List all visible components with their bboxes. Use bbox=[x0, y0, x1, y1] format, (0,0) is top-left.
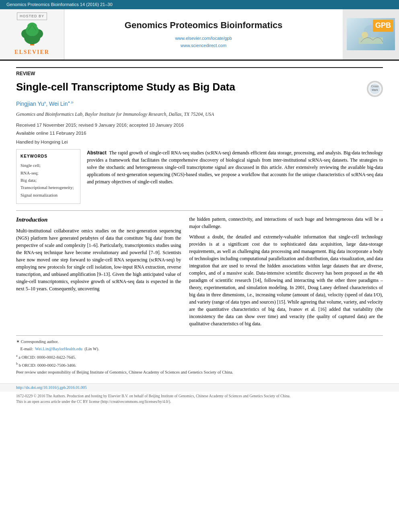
elsevier-logo: ELSEVIER bbox=[14, 23, 49, 56]
gpb-badge: GPB bbox=[373, 20, 393, 31]
email-suffix: (Lin W). bbox=[84, 347, 99, 351]
received-dates: Received 17 November 2015; revised 9 Jan… bbox=[16, 122, 383, 128]
gpb-logo-block: GPB bbox=[343, 9, 399, 59]
available-online: Available online 11 February 2016 bbox=[16, 130, 383, 136]
title-row: Single-cell Transcriptome Study as Big D… bbox=[16, 81, 383, 100]
authors-line: Pingjian Yua, Wei Lin✶,b bbox=[16, 100, 383, 108]
keyword-3: Big data; bbox=[21, 177, 76, 183]
intro-left-para1: Multi-institutional collaborative omics … bbox=[16, 227, 181, 292]
copyright-text: 1672-0229 © 2016 The Authors. Production… bbox=[16, 393, 383, 399]
email-link[interactable]: Wei.Lin@BaylorHealth.edu bbox=[35, 347, 82, 351]
keyword-2: RNA-seq; bbox=[21, 170, 76, 176]
article-footer: ✶ Corresponding author. E-mail: Wei.Lin@… bbox=[16, 335, 383, 375]
email-label: E-mail: bbox=[21, 347, 33, 351]
email-note: E-mail: Wei.Lin@BaylorHealth.edu (Lin W)… bbox=[16, 346, 383, 352]
bottom-info: 1672-0229 © 2016 The Authors. Production… bbox=[0, 392, 399, 407]
intro-left-column: Introduction Multi-institutional collabo… bbox=[16, 216, 181, 331]
abstract-keywords-section: KEYWORDS Single cell; RNA-seq; Big data;… bbox=[16, 149, 383, 204]
introduction-section: Introduction Multi-institutional collabo… bbox=[16, 216, 383, 331]
keyword-5: Signal normalization bbox=[21, 192, 76, 198]
journal-header: HOSTED BY ELSEVIER Genomics Proteomics B… bbox=[0, 9, 399, 60]
elsevier-branding: HOSTED BY ELSEVIER bbox=[0, 9, 64, 59]
svg-point-10 bbox=[362, 32, 368, 38]
hosted-by-label: HOSTED BY bbox=[17, 12, 47, 20]
author-wei-lin: Wei Lin bbox=[49, 101, 68, 107]
intro-right-para1: the hidden pattern, connectivity, and in… bbox=[189, 216, 383, 230]
svg-text:Cross: Cross bbox=[371, 85, 379, 88]
journal-title-block: Genomics Proteomics Bioinformatics www.e… bbox=[64, 9, 343, 59]
keywords-box: KEYWORDS Single cell; RNA-seq; Big data;… bbox=[16, 149, 80, 204]
crossmark-icon[interactable]: Cross Mark bbox=[367, 81, 383, 97]
open-access-text: This is an open access article under the… bbox=[16, 399, 383, 405]
svg-text:Mark: Mark bbox=[372, 88, 378, 91]
journal-full-title: Genomics Proteomics Bioinformatics bbox=[125, 19, 282, 32]
doi-bar: http://dx.doi.org/10.1016/j.gpb.2016.01.… bbox=[0, 383, 399, 392]
peer-review-note: Peer review under responsibility of Beij… bbox=[16, 370, 383, 376]
gpb-cover-image: GPB bbox=[347, 18, 395, 50]
intro-right-column: the hidden pattern, connectivity, and in… bbox=[189, 216, 383, 331]
keywords-title: KEYWORDS bbox=[21, 154, 76, 159]
journal-header-bar: Genomics Proteomics Bioinformatics 14 (2… bbox=[0, 0, 399, 9]
orcid-b-text: b ORCID: 0000-0002-7506-3466. bbox=[19, 363, 76, 367]
journal-url2: www.sciencedirect.com bbox=[175, 42, 232, 49]
author-pingjian: Pingjian Yu bbox=[16, 101, 44, 107]
abstract-text: Abstract The rapid growth of single-cell… bbox=[87, 149, 383, 185]
affiliation-text: Genomics and Bioinformatics Lab, Baylor … bbox=[16, 111, 383, 118]
journal-url1: www.elsevier.com/locate/gpb bbox=[175, 35, 232, 42]
section-divider bbox=[16, 210, 383, 211]
introduction-title: Introduction bbox=[16, 216, 181, 224]
keyword-1: Single cell; bbox=[21, 162, 76, 168]
elsevier-tree-icon bbox=[16, 23, 48, 47]
orcid-a-text: a ORCID: 0000-0002-8422-7645. bbox=[19, 355, 76, 359]
elsevier-wordmark: ELSEVIER bbox=[14, 48, 49, 56]
doi-link[interactable]: http://dx.doi.org/10.1016/j.gpb.2016.01.… bbox=[16, 385, 87, 390]
keyword-4: Transcriptional heterogeneity; bbox=[21, 185, 76, 191]
article-content: REVIEW Single-cell Transcriptome Study a… bbox=[0, 61, 399, 383]
handled-by: Handled by Hongxing Lei bbox=[16, 139, 383, 145]
journal-citation: Genomics Proteomics Bioinformatics 14 (2… bbox=[6, 2, 113, 7]
article-type-label: REVIEW bbox=[16, 67, 383, 77]
abstract-block: Abstract The rapid growth of single-cell… bbox=[87, 149, 383, 204]
journal-urls: www.elsevier.com/locate/gpb www.scienced… bbox=[175, 35, 232, 49]
article-title: Single-cell Transcriptome Study as Big D… bbox=[16, 81, 360, 93]
abstract-label: Abstract bbox=[87, 150, 107, 156]
corresponding-note: ✶ Corresponding author. bbox=[16, 339, 383, 345]
crossmark-badge-icon: Cross Mark bbox=[368, 82, 382, 96]
abstract-body: The rapid growth of single-cell RNA-seq … bbox=[87, 150, 383, 185]
orcid-b-note: b b ORCID: 0000-0002-7506-3466. bbox=[16, 362, 383, 368]
intro-right-para2: Without a doubt, the detailed and extrem… bbox=[189, 233, 383, 327]
orcid-a-note: a a ORCID: 0000-0002-8422-7645. bbox=[16, 353, 383, 360]
corresponding-label: ✶ Corresponding author. bbox=[16, 339, 59, 344]
